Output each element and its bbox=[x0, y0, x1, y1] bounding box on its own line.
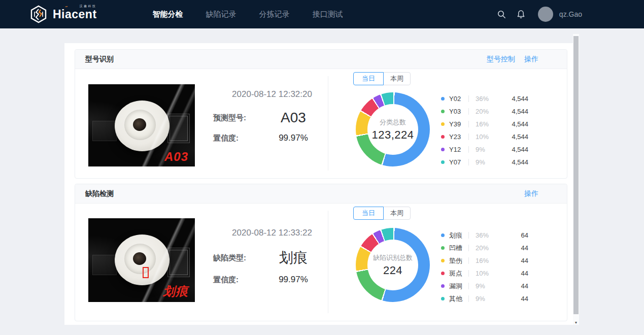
toggle-today-button[interactable]: 当日 bbox=[353, 207, 384, 220]
operate-link[interactable]: 操作 bbox=[524, 55, 538, 64]
defect-bounding-box bbox=[143, 267, 149, 278]
nav-item-sorting-records[interactable]: 分拣记录 bbox=[259, 10, 290, 19]
donut-chart[interactable]: 缺陷识别总数 224 bbox=[356, 228, 430, 302]
fixture-left bbox=[92, 255, 117, 275]
brand-hexagon-icon bbox=[29, 5, 48, 23]
navbar-right: qz.Gao bbox=[497, 7, 582, 22]
scrollbar-thumb[interactable] bbox=[573, 36, 579, 314]
legend-item[interactable]: 漏洞 9% 44 bbox=[441, 280, 528, 292]
confidence-label: 置信度: bbox=[213, 133, 256, 143]
detection-info: 2020-08-12 12:33:22 缺陷类型: 划痕 置信度: 99.97% bbox=[213, 228, 331, 292]
card-model-body: A03 2020-08-12 12:32:20 预测型号: A03 置信度: 9… bbox=[75, 69, 567, 178]
vertical-divider bbox=[328, 211, 328, 313]
legend-dot bbox=[441, 97, 445, 100]
inspection-photo: A03 bbox=[88, 84, 195, 166]
chart-legend: 划痕 36% 64 凹槽 20% 44 垫伤 16% 44 bbox=[441, 229, 528, 305]
recognition-info: 2020-08-12 12:32:20 预测型号: A03 置信度: 99.97… bbox=[213, 89, 331, 150]
brand-accent-mark: ˝ bbox=[65, 6, 67, 11]
legend-dot bbox=[441, 233, 445, 237]
legend-item[interactable]: 凹槽 20% 44 bbox=[441, 242, 528, 254]
donut-center-label: 分类总数 bbox=[380, 118, 406, 127]
legend-item[interactable]: Y12 9% 4,544 bbox=[441, 143, 528, 156]
donut-center-label: 缺陷识别总数 bbox=[373, 253, 413, 262]
donut-chart[interactable]: 分类总数 123,224 bbox=[356, 92, 430, 166]
legend-item[interactable]: Y39 16% 4,544 bbox=[441, 118, 528, 130]
operate-link[interactable]: 操作 bbox=[524, 189, 538, 198]
predicted-model-value: A03 bbox=[256, 110, 331, 126]
model-control-link[interactable]: 型号控制 bbox=[487, 55, 515, 64]
legend-item[interactable]: 垫伤 16% 44 bbox=[441, 254, 528, 267]
photo-annotation-label: A03 bbox=[164, 150, 188, 164]
brand-name: ˝ Hiacent 汉鑫科技 bbox=[53, 9, 97, 20]
chart-section: 当日 本周 分类总数 123,224 Y02 36% 4,544 bbox=[339, 69, 567, 178]
search-icon[interactable] bbox=[497, 10, 506, 19]
legend-dot bbox=[441, 246, 445, 250]
period-toggle: 当日 本周 bbox=[353, 207, 411, 220]
chart-legend: Y02 36% 4,544 Y03 20% 4,544 Y39 16% bbox=[441, 92, 528, 169]
predicted-model-label: 预测型号: bbox=[213, 113, 256, 123]
legend-item[interactable]: 其他 9% 44 bbox=[441, 292, 528, 305]
nav-item-smart-sorting[interactable]: 智能分检 bbox=[153, 10, 183, 19]
vertical-divider bbox=[328, 76, 328, 171]
card-model-header: 型号识别 型号控制 操作 bbox=[75, 50, 567, 69]
brand-logo[interactable]: ˝ Hiacent 汉鑫科技 bbox=[29, 5, 97, 23]
donut-center: 分类总数 123,224 bbox=[367, 104, 418, 155]
brand-subtitle: 汉鑫科技 bbox=[80, 5, 97, 8]
legend-item[interactable]: Y03 20% 4,544 bbox=[441, 105, 528, 118]
part-center-hole bbox=[133, 252, 146, 265]
period-toggle: 当日 本周 bbox=[353, 72, 411, 85]
fixture-right bbox=[167, 248, 190, 277]
scrollbar: ▼ bbox=[573, 34, 579, 325]
toggle-week-button[interactable]: 本周 bbox=[383, 72, 411, 85]
legend-dot bbox=[441, 148, 445, 151]
defect-type-value: 划痕 bbox=[256, 248, 331, 267]
fixture-left bbox=[92, 121, 117, 141]
donut-center-value: 224 bbox=[383, 264, 402, 277]
timestamp: 2020-08-12 12:32:20 bbox=[213, 89, 331, 99]
scrollbar-down-arrow-icon[interactable]: ▼ bbox=[573, 321, 579, 324]
legend-dot bbox=[441, 160, 445, 164]
card-defect-detection: 缺陷检测 操作 划痕 2020-08-12 12:33:22 缺陷类型: 划痕 bbox=[75, 184, 567, 321]
fixture-right bbox=[167, 114, 190, 143]
inspection-photo: 划痕 bbox=[88, 218, 195, 302]
confidence-label: 置信度: bbox=[213, 275, 256, 285]
top-navbar: ˝ Hiacent 汉鑫科技 智能分检 缺陷记录 分拣记录 接口测试 qz.Ga… bbox=[0, 0, 644, 28]
username-label[interactable]: qz.Gao bbox=[559, 10, 582, 18]
nav-item-api-test[interactable]: 接口测试 bbox=[313, 10, 343, 19]
legend-item[interactable]: Y07 9% 4,544 bbox=[441, 156, 528, 169]
content-panel: 型号识别 型号控制 操作 A03 2020-08-12 12:32:20 预测型… bbox=[64, 43, 579, 325]
main-nav: 智能分检 缺陷记录 分拣记录 接口测试 bbox=[153, 10, 343, 19]
card-defect-body: 划痕 2020-08-12 12:33:22 缺陷类型: 划痕 置信度: 99.… bbox=[75, 204, 567, 320]
card-title: 型号识别 bbox=[85, 55, 114, 64]
confidence-value: 99.97% bbox=[256, 133, 331, 143]
legend-item[interactable]: 斑点 10% 44 bbox=[441, 267, 528, 280]
photo-annotation-label: 划痕 bbox=[163, 283, 188, 299]
part-center-hole bbox=[133, 118, 146, 131]
bell-icon[interactable] bbox=[517, 10, 526, 19]
nav-item-defect-records[interactable]: 缺陷记录 bbox=[206, 10, 236, 19]
legend-dot bbox=[441, 272, 445, 275]
legend-item[interactable]: Y02 36% 4,544 bbox=[441, 92, 528, 105]
legend-dot bbox=[441, 284, 445, 288]
card-defect-header: 缺陷检测 操作 bbox=[75, 184, 567, 204]
legend-item[interactable]: 划痕 36% 64 bbox=[441, 229, 528, 242]
toggle-today-button[interactable]: 当日 bbox=[353, 72, 384, 85]
legend-dot bbox=[441, 135, 445, 139]
legend-item[interactable]: Y23 10% 4,544 bbox=[441, 130, 528, 143]
card-title: 缺陷检测 bbox=[85, 189, 114, 198]
legend-dot bbox=[441, 297, 445, 300]
legend-dot bbox=[441, 259, 445, 262]
chart-section: 当日 本周 缺陷识别总数 224 划痕 36% 64 bbox=[339, 204, 567, 320]
defect-type-label: 缺陷类型: bbox=[213, 253, 256, 263]
toggle-week-button[interactable]: 本周 bbox=[383, 207, 411, 220]
user-avatar[interactable] bbox=[538, 7, 553, 22]
donut-center: 缺陷识别总数 224 bbox=[367, 240, 418, 290]
card-model-recognition: 型号识别 型号控制 操作 A03 2020-08-12 12:32:20 预测型… bbox=[75, 49, 567, 179]
legend-dot bbox=[441, 122, 445, 126]
timestamp: 2020-08-12 12:33:22 bbox=[213, 228, 331, 238]
legend-dot bbox=[441, 110, 445, 113]
confidence-value: 99.97% bbox=[256, 275, 331, 285]
donut-center-value: 123,224 bbox=[371, 128, 414, 142]
